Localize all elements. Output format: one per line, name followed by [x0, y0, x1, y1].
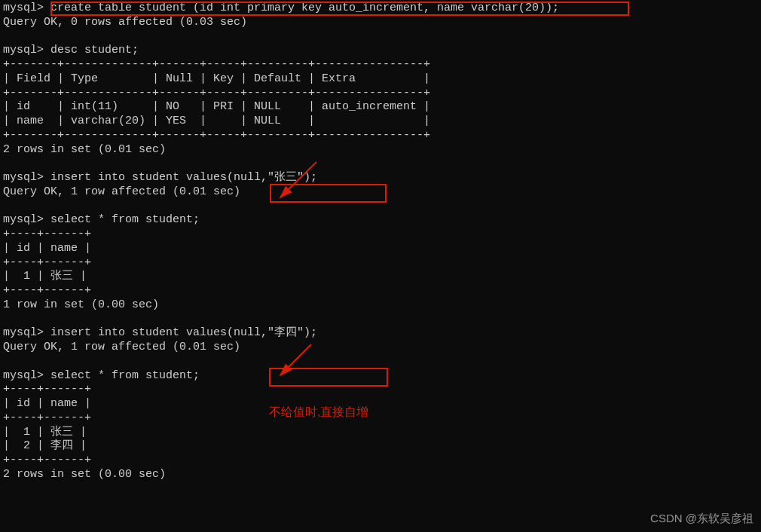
- line: mysql> insert into student values(null,"…: [3, 326, 317, 339]
- line: +----+------+: [3, 411, 91, 424]
- line: mysql> insert into student values(null,"…: [3, 171, 317, 184]
- line: +----+------+: [3, 454, 91, 466]
- line: +----+------+: [3, 383, 91, 396]
- line: mysql> select * from student;: [3, 369, 200, 382]
- line: | Field | Type | Null | Key | Default | …: [3, 72, 430, 85]
- line: Query OK, 1 row affected (0.01 sec): [3, 341, 240, 353]
- line: +----+------+: [3, 256, 91, 269]
- line: +----+------+: [3, 228, 91, 240]
- line: Query OK, 1 row affected (0.01 sec): [3, 185, 240, 198]
- line: | id | name |: [3, 397, 91, 410]
- line: | name | varchar(20) | YES | | NULL | |: [3, 115, 430, 127]
- line: +-------+-------------+------+-----+----…: [3, 129, 430, 142]
- line: mysql> create table student (id int prim…: [3, 2, 559, 14]
- line: mysql> desc student;: [3, 44, 139, 57]
- line: | 1 | 张三 |: [3, 270, 87, 283]
- line: 2 rows in set (0.01 sec): [3, 143, 166, 156]
- line: 1 row in set (0.00 sec): [3, 298, 159, 311]
- line: 2 rows in set (0.00 sec): [3, 468, 166, 481]
- line: +-------+-------------+------+-----+----…: [3, 87, 430, 99]
- line: +-------+-------------+------+-----+----…: [3, 58, 430, 71]
- watermark: CSDN @东软吴彦祖: [650, 512, 753, 526]
- line: | id | name |: [3, 242, 91, 255]
- line: mysql> select * from student;: [3, 213, 200, 226]
- line: Query OK, 0 rows affected (0.03 sec): [3, 16, 247, 29]
- line: +----+------+: [3, 284, 91, 297]
- line: | id | int(11) | NO | PRI | NULL | auto_…: [3, 100, 430, 113]
- terminal-output: mysql> create table student (id int prim…: [3, 2, 758, 482]
- line: | 1 | 张三 |: [3, 426, 87, 439]
- line: | 2 | 李四 |: [3, 439, 87, 452]
